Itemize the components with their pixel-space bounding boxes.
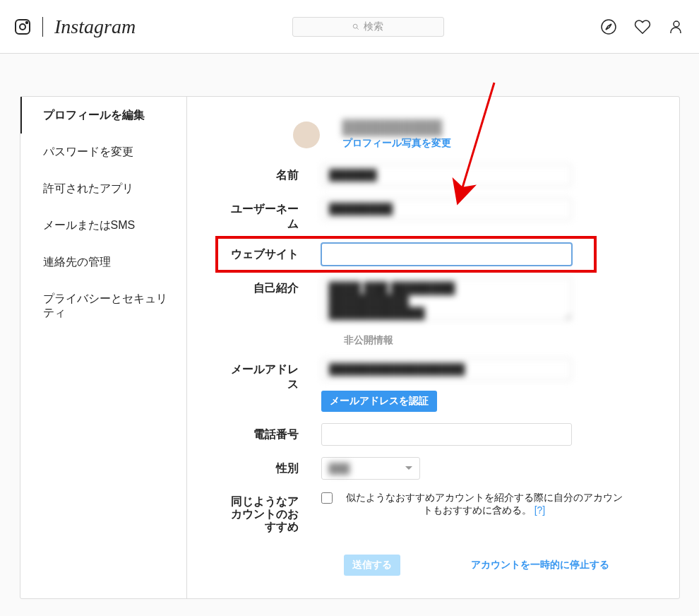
explore-icon[interactable] xyxy=(600,18,617,35)
label-username: ユーザーネーム xyxy=(229,198,321,232)
actions-row: 送信する アカウントを一時的に停止する xyxy=(344,555,651,576)
settings-content: ██████████ プロフィール写真を変更 名前 ユーザーネーム ウェブサイト… xyxy=(187,97,679,598)
settings-sidebar: プロフィールを編集パスワードを変更許可されたアプリメールまたはSMS連絡先の管理… xyxy=(20,97,187,598)
sidebar-item-1[interactable]: パスワードを変更 xyxy=(20,134,186,170)
row-gender: 性別 ███ xyxy=(229,457,651,480)
nav-center: 検索 xyxy=(136,17,600,37)
svg-point-2 xyxy=(26,21,28,23)
search-icon xyxy=(352,23,359,30)
gender-select[interactable]: ███ xyxy=(321,457,420,480)
svg-point-3 xyxy=(353,24,357,28)
nav-right xyxy=(600,18,685,35)
settings-container: プロフィールを編集パスワードを変更許可されたアプリメールまたはSMS連絡先の管理… xyxy=(20,96,680,599)
top-nav: Instagram 検索 xyxy=(0,0,699,54)
username-input[interactable] xyxy=(321,198,572,220)
row-name: 名前 xyxy=(229,164,651,186)
name-input[interactable] xyxy=(321,164,572,186)
activity-heart-icon[interactable] xyxy=(634,18,651,35)
svg-marker-6 xyxy=(606,24,611,30)
private-info-heading: 非公開情報 xyxy=(344,334,651,347)
label-website: ウェブサイト xyxy=(229,243,321,262)
row-username: ユーザーネーム xyxy=(229,198,651,232)
row-email: メールアドレス メールアドレスを認証 xyxy=(229,358,651,412)
similar-accounts-text: 似たようなおすすめアカウントを紹介する際に自分のアカウントもおすすめに含める。 … xyxy=(344,491,625,516)
change-photo-link[interactable]: プロフィール写真を変更 xyxy=(342,137,451,150)
disable-account-link[interactable]: アカウントを一時的に停止する xyxy=(471,559,609,571)
label-phone: 電話番号 xyxy=(229,423,321,442)
profile-icon[interactable] xyxy=(668,18,685,35)
username-display: ██████████ xyxy=(342,119,451,136)
avatar-info: ██████████ プロフィール写真を変更 xyxy=(342,119,451,150)
logo-divider xyxy=(42,17,43,37)
label-name: 名前 xyxy=(229,164,321,183)
sidebar-item-5[interactable]: プライバシーとセキュリティ xyxy=(20,280,186,331)
help-link[interactable]: [?] xyxy=(534,504,546,516)
avatar[interactable] xyxy=(293,122,320,148)
instagram-glyph-icon[interactable] xyxy=(14,18,31,35)
sidebar-item-3[interactable]: メールまたはSMS xyxy=(20,207,186,244)
phone-input[interactable] xyxy=(321,423,572,446)
row-similar-accounts: 同じようなアカウントのおすすめ 似たようなおすすめアカウントを紹介する際に自分の… xyxy=(229,491,651,533)
svg-point-1 xyxy=(20,24,25,30)
svg-line-4 xyxy=(357,28,359,30)
label-gender: 性別 xyxy=(229,457,321,476)
row-phone: 電話番号 xyxy=(229,423,651,446)
website-input[interactable] xyxy=(321,243,572,266)
search-input[interactable]: 検索 xyxy=(292,17,444,37)
row-website: ウェブサイト xyxy=(229,243,651,266)
profile-header: ██████████ プロフィール写真を変更 xyxy=(229,119,651,150)
svg-point-7 xyxy=(674,21,679,27)
svg-point-5 xyxy=(602,20,616,34)
row-bio: 自己紹介 xyxy=(229,277,651,323)
search-placeholder: 検索 xyxy=(364,20,383,33)
confirm-email-button[interactable]: メールアドレスを認証 xyxy=(321,391,437,412)
label-similar: 同じようなアカウントのおすすめ xyxy=(229,491,321,533)
sidebar-item-4[interactable]: 連絡先の管理 xyxy=(20,244,186,280)
bio-textarea[interactable] xyxy=(321,277,572,321)
email-input[interactable] xyxy=(321,358,572,381)
gender-value: ███ xyxy=(329,463,350,474)
label-email: メールアドレス xyxy=(229,358,321,392)
submit-button[interactable]: 送信する xyxy=(344,555,400,576)
sidebar-item-2[interactable]: 許可されたアプリ xyxy=(20,170,186,207)
instagram-wordmark[interactable]: Instagram xyxy=(54,16,136,38)
label-bio: 自己紹介 xyxy=(229,277,321,296)
similar-accounts-checkbox[interactable] xyxy=(321,492,333,504)
sidebar-item-0[interactable]: プロフィールを編集 xyxy=(20,97,186,134)
nav-left: Instagram xyxy=(14,16,136,38)
